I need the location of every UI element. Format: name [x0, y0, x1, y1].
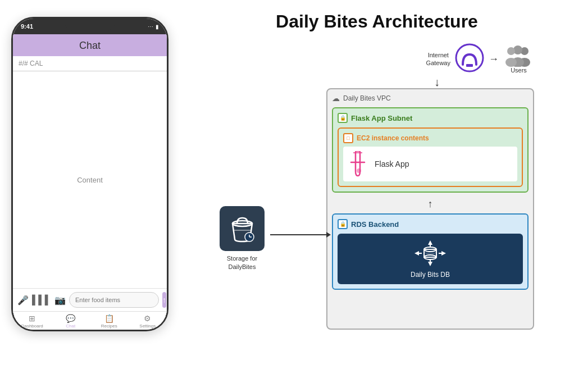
flask-tube-icon: [348, 151, 368, 177]
storage-to-vpc-arrow: [270, 232, 331, 238]
gateway-down-arrow: ↓: [434, 76, 440, 89]
vpc-box: ☁ Daily Bites VPC 🔒 Flask App Subnet □ E…: [326, 88, 534, 330]
svg-marker-18: [441, 251, 446, 256]
wifi-icon: ⋯: [148, 24, 153, 30]
ec2-header: □ EC2 instance contents: [343, 133, 517, 143]
arrow-head: [326, 232, 331, 238]
phone-status-icons: ⋯ ▮: [148, 24, 159, 30]
svg-marker-16: [414, 251, 419, 256]
flask-subnet: 🔒 Flask App Subnet □ EC2 instance conten…: [332, 107, 529, 193]
phone-frame: 9:41 ⋯ ▮ Chat #/# CAL Content: [11, 17, 168, 331]
rds-db-label: Daily Bits DB: [411, 271, 450, 279]
ec2-icon: □: [343, 133, 353, 143]
nav-dashboard-label: Dashboard: [21, 323, 43, 329]
barcode-icon[interactable]: ▌▌▌: [32, 295, 51, 305]
phone-chat-header: Chat: [13, 34, 167, 56]
recipes-icon: 📋: [104, 314, 114, 323]
flask-app-inner: Flask App: [343, 147, 517, 181]
vpc-header: ☁ Daily Bites VPC: [332, 94, 529, 103]
cloud-icon: ☁: [332, 94, 340, 103]
ec2-box: □ EC2 instance contents Flask App: [338, 127, 523, 187]
battery-icon: ▮: [156, 24, 159, 30]
svg-marker-14: [428, 262, 432, 266]
svg-marker-12: [428, 240, 432, 245]
camera-icon[interactable]: 📷: [54, 295, 66, 306]
gateway-icon-wrapper: [455, 43, 484, 75]
arrow-line-horiz: [270, 234, 326, 235]
phone-status-bar: 9:41 ⋯ ▮: [13, 19, 167, 34]
gateway-arrow-icon: →: [489, 53, 499, 65]
chat-icon: 💬: [66, 314, 75, 323]
users-icon: [503, 44, 534, 67]
phone-time: 9:41: [21, 23, 33, 30]
phone-content-text: Content: [77, 176, 103, 184]
svg-point-7: [505, 58, 517, 67]
users-group: Users: [503, 44, 534, 74]
flask-app-label: Flask App: [375, 159, 409, 168]
storage-label: Storage forDailyBites: [227, 254, 257, 272]
ec2-label: EC2 instance contents: [357, 134, 429, 142]
phone-cal-bar[interactable]: #/# CAL: [13, 56, 167, 71]
nav-chat[interactable]: 💬 Chat: [52, 314, 90, 329]
svg-point-9: [357, 168, 361, 173]
flask-subnet-label: Flask App Subnet: [351, 114, 412, 122]
phone-notch: [65, 19, 115, 31]
nav-settings-label: Settings: [139, 323, 156, 329]
nav-chat-label: Chat: [66, 323, 75, 329]
phone-input-row: 🎤 ▌▌▌ 📷 ↑: [13, 288, 167, 311]
internet-gateway-row: InternetGateway →: [426, 43, 534, 75]
phone-chat-title: Chat: [13, 40, 167, 52]
vpc-label: Daily Bites VPC: [343, 94, 391, 102]
nav-settings[interactable]: ⚙ Settings: [129, 314, 167, 329]
svg-point-0: [456, 44, 483, 71]
svg-rect-1: [466, 64, 473, 67]
rds-header: 🔒 RDS Backend: [338, 219, 523, 229]
database-icon: [413, 239, 447, 267]
flask-to-rds-arrow: ↑: [332, 198, 529, 210]
arch-diagram: InternetGateway →: [220, 43, 534, 358]
send-icon: ↑: [162, 295, 166, 304]
svg-point-6: [507, 47, 515, 55]
microphone-icon[interactable]: 🎤: [17, 295, 29, 306]
rds-subnet: 🔒 RDS Backend: [332, 213, 529, 290]
phone-screen: Chat #/# CAL Content 🎤 ▌▌▌ 📷: [13, 34, 167, 330]
flask-subnet-header: 🔒 Flask App Subnet: [338, 113, 523, 123]
s3-bucket-icon: [227, 213, 258, 244]
arch-title: Daily Bites Architecture: [276, 11, 478, 32]
send-button[interactable]: ↑: [162, 292, 166, 308]
phone-input-icons: 🎤 ▌▌▌ 📷: [17, 295, 66, 306]
nav-recipes-label: Recipes: [101, 323, 117, 329]
phone-section: 9:41 ⋯ ▮ Chat #/# CAL Content: [11, 6, 168, 331]
internet-gateway-label: InternetGateway: [426, 51, 450, 67]
nav-dashboard[interactable]: ⊞ Dashboard: [13, 314, 52, 329]
nav-recipes[interactable]: 📋 Recipes: [90, 314, 129, 329]
users-label: Users: [511, 67, 527, 74]
rds-icon: 🔒: [338, 219, 348, 229]
main-container: 9:41 ⋯ ▮ Chat #/# CAL Content: [0, 0, 574, 392]
storage-icon-box: [220, 206, 265, 251]
dashboard-icon: ⊞: [29, 314, 35, 323]
phone-bottom-nav: ⊞ Dashboard 💬 Chat 📋 Recipes ⚙ Settings: [13, 311, 167, 330]
rds-label: RDS Backend: [351, 220, 399, 229]
phone-content-area: Content: [13, 71, 167, 288]
food-input[interactable]: [69, 292, 159, 308]
settings-icon: ⚙: [144, 314, 151, 323]
gateway-icon: [455, 43, 484, 72]
architecture-section: Daily Bites Architecture InternetGateway…: [191, 6, 563, 358]
storage-section: Storage forDailyBites: [220, 206, 265, 272]
flask-subnet-icon: 🔒: [338, 113, 348, 123]
rds-db-box: Daily Bits DB: [338, 234, 523, 284]
